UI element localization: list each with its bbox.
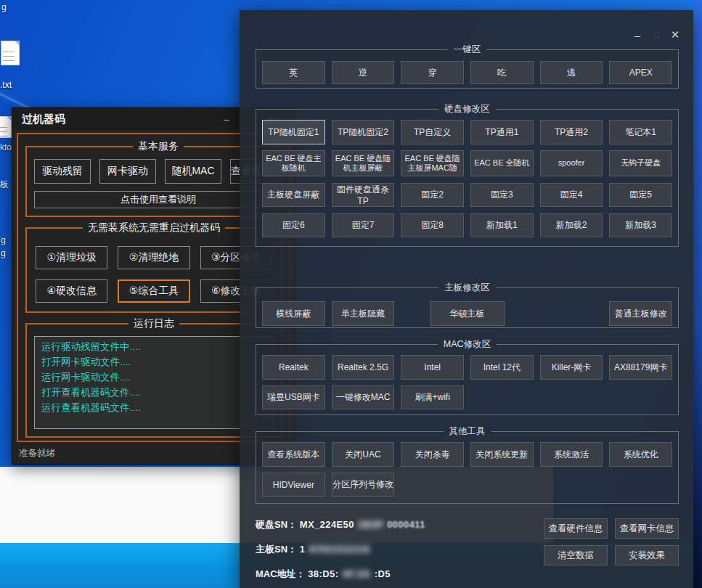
disk-button-newload2[interactable]: 新加载2 — [540, 213, 603, 237]
disk-row-1: TP随机固定1 TP随机固定2 TP自定义 TP通用1 TP通用2 笔记本1 — [256, 120, 678, 144]
onekey-button-5[interactable]: 逃 — [540, 61, 603, 84]
clear-data-button[interactable]: 清空数据 — [544, 545, 608, 565]
disk-button-fixed5[interactable]: 固定5 — [609, 183, 672, 207]
disk-button-fixed8[interactable]: 固定8 — [401, 213, 464, 237]
disk-button-newload3[interactable]: 新加载3 — [609, 213, 672, 237]
clean-pubg-button[interactable]: ②清理绝地 — [118, 246, 189, 269]
disk-button-newload1[interactable]: 新加载1 — [470, 213, 534, 237]
onekey-button-apex[interactable]: APEX — [609, 61, 672, 84]
disk-button-board-shield[interactable]: 主板硬盘屏蔽 — [262, 183, 325, 207]
board-sn-value: 1 — [300, 544, 306, 555]
disk-button-tp-common2[interactable]: TP通用2 — [540, 120, 603, 144]
status-text: 准备就绪 — [19, 447, 55, 460]
group-label: 基本服务 — [133, 140, 184, 153]
group-label: MAC修改区 — [438, 338, 497, 351]
desktop-icon-label[interactable]: .txt — [0, 80, 12, 90]
disk-button-eac-4[interactable]: EAC BE 全随机 — [470, 150, 534, 176]
board-button-single-hide[interactable]: 单主板隐藏 — [332, 301, 395, 326]
group-label: 运行日志 — [128, 317, 179, 330]
mac-button-wifi[interactable]: 刷满+wifi — [401, 385, 464, 409]
disk-button-fixed2[interactable]: 固定2 — [401, 183, 464, 207]
disk-button-eac-1[interactable]: EAC BE 硬盘主板随机 — [262, 150, 325, 176]
desktop-icon-label[interactable]: g — [1, 235, 6, 245]
board-sn-line: 主板SN： 1 07021312115 — [256, 543, 371, 556]
desktop: g .txt kto 板 g g 过机器码 – □ ✕ 基本服务 驱动残留 网卡… — [0, 0, 702, 588]
desktop-icon-label[interactable]: g — [1, 2, 7, 12]
onekey-button-1[interactable]: 英 — [262, 61, 325, 84]
random-mac-button[interactable]: 随机MAC — [165, 159, 221, 184]
text-file-icon[interactable] — [1, 41, 20, 65]
disk-button-nohook[interactable]: 无钩子硬盘 — [609, 150, 672, 176]
mac-button-realtek25g[interactable]: Realtek 2.5G — [332, 355, 395, 380]
disk-sn-label: 硬盘SN： — [256, 519, 297, 530]
board-button-asus[interactable]: 华硕主板 — [430, 301, 505, 326]
disk-button-fixed3[interactable]: 固定3 — [470, 183, 534, 207]
onekey-button-2[interactable]: 逆 — [332, 61, 395, 84]
disk-button-firmware-tp[interactable]: 固件硬盘通杀TP — [332, 183, 395, 207]
log-line: 运行驱动残留文件中.... — [41, 340, 266, 355]
tools-row-2: HIDViewer 分区序列号修改 — [256, 473, 678, 497]
minimize-icon[interactable]: – — [217, 108, 236, 130]
group-label: 无需装系统无需重启过机器码 — [83, 221, 225, 234]
mac-button-intel[interactable]: Intel — [401, 355, 464, 380]
footer-buttons: 查看硬件信息 查看网卡信息 清空数据 安装效果 — [544, 518, 679, 565]
mac-button-ax88179[interactable]: AX88179网卡 — [609, 355, 672, 380]
mac-address-censored: 4F:3A — [341, 568, 372, 579]
hard-mod-info-button[interactable]: ④硬改信息 — [36, 279, 107, 303]
driver-residue-button[interactable]: 驱动残留 — [34, 159, 91, 184]
desktop-icon-label[interactable]: kto — [0, 142, 12, 152]
disk-button-tp-fixed2[interactable]: TP随机固定2 — [332, 120, 395, 144]
board-button-normal-mod[interactable]: 普通主板修改 — [609, 301, 672, 326]
disk-button-eac-3[interactable]: EAC BE 硬盘随主板屏MAC随 — [401, 150, 464, 176]
tools-button-partition-sn[interactable]: 分区序列号修改 — [332, 473, 395, 497]
mac-button-onekey-mac[interactable]: 一键修改MAC — [332, 385, 395, 409]
desktop-icon-label[interactable]: 板 — [0, 179, 9, 191]
disk-sn-value: MX_224E50 — [300, 519, 354, 530]
tools-button-activate[interactable]: 系统激活 — [540, 442, 603, 467]
board-button-line-shield[interactable]: 横线屏蔽 — [262, 301, 325, 326]
group-other-tools: 其他工具 查看系统版本 关闭UAC 关闭杀毒 关闭系统更新 系统激活 系统优化 … — [256, 425, 679, 504]
tools-button-uac[interactable]: 关闭UAC — [332, 442, 395, 467]
disk-button-eac-2[interactable]: EAC BE 硬盘随机主板屏蔽 — [332, 150, 395, 176]
tools-button-sysver[interactable]: 查看系统版本 — [262, 442, 325, 467]
disk-button-tp-fixed1[interactable]: TP随机固定1 — [262, 120, 325, 144]
board-sn-censored: 07021312115 — [308, 544, 371, 555]
close-icon[interactable]: ✕ — [667, 28, 683, 42]
desktop-icon-label[interactable]: g — [1, 248, 6, 258]
file-icon[interactable] — [0, 116, 12, 138]
mac-button-realtek[interactable]: Realtek — [262, 355, 325, 380]
disk-button-tp-custom[interactable]: TP自定义 — [401, 120, 464, 144]
run-log-list[interactable]: 运行驱动残留文件中.... 打开网卡驱动文件.... 运行网卡驱动文件.... … — [34, 336, 274, 429]
install-effect-button[interactable]: 安装效果 — [615, 545, 679, 565]
combo-tools-button[interactable]: ⑤综合工具 — [118, 279, 189, 303]
left-window-title: 过机器码 — [22, 113, 65, 126]
tools-button-update[interactable]: 关闭系统更新 — [470, 442, 534, 467]
onekey-button-4[interactable]: 吃 — [470, 61, 534, 84]
tools-button-antivirus[interactable]: 关闭杀毒 — [401, 442, 464, 467]
clean-junk-button[interactable]: ①清理垃圾 — [36, 246, 107, 269]
disk-button-tp-common1[interactable]: TP通用1 — [470, 120, 534, 144]
maximize-icon[interactable]: □ — [648, 28, 664, 42]
onekey-button-3[interactable]: 穿 — [401, 61, 464, 84]
mac-button-intel12[interactable]: Intel 12代 — [470, 355, 534, 380]
tools-button-hidviewer[interactable]: HIDViewer — [262, 473, 325, 497]
view-nic-info-button[interactable]: 查看网卡信息 — [615, 518, 679, 539]
disk-button-spoofer[interactable]: spoofer — [540, 150, 603, 176]
tools-row-1: 查看系统版本 关闭UAC 关闭杀毒 关闭系统更新 系统激活 系统优化 — [256, 442, 678, 467]
noreboot-row-2: ④硬改信息 ⑤综合工具 ⑥修改主板 — [36, 279, 272, 303]
nic-driver-button[interactable]: 网卡驱动 — [99, 159, 156, 184]
mac-button-killer[interactable]: Killer-网卡 — [540, 355, 603, 380]
disk-row-3: 主板硬盘屏蔽 固件硬盘通杀TP 固定2 固定3 固定4 固定5 — [256, 183, 678, 207]
disk-button-fixed7[interactable]: 固定7 — [332, 213, 395, 237]
group-label: 硬盘修改区 — [438, 103, 496, 115]
view-hardware-info-button[interactable]: 查看硬件信息 — [544, 518, 608, 539]
disk-button-laptop1[interactable]: 笔记本1 — [609, 120, 672, 144]
mac-button-usb-nic[interactable]: 瑞昱USB网卡 — [262, 385, 325, 409]
disk-button-fixed4[interactable]: 固定4 — [540, 183, 603, 207]
minimize-icon[interactable]: – — [629, 28, 645, 42]
disk-button-fixed6[interactable]: 固定6 — [262, 213, 325, 237]
tools-button-optimize[interactable]: 系统优化 — [609, 442, 672, 467]
mac-row-2: 瑞昱USB网卡 一键修改MAC 刷满+wifi — [256, 385, 678, 409]
noreboot-row-1: ①清理垃圾 ②清理绝地 ③分区修改 — [36, 246, 272, 269]
log-line: 打开查看机器码文件.... — [41, 385, 266, 401]
